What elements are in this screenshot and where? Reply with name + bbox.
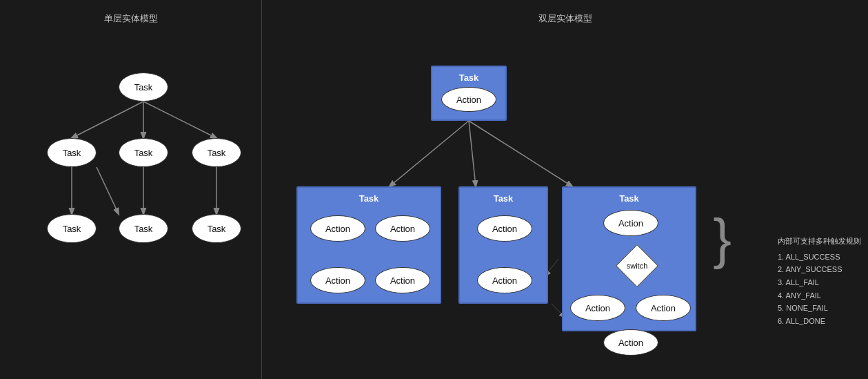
task-box-3: Task Action switch Action Action Action <box>562 186 696 331</box>
left-task-bot-1: Task <box>47 214 97 243</box>
left-arrows <box>0 0 261 379</box>
left-task-mid-2: Task <box>119 138 168 167</box>
note-item-6: 6. ALL_DONE <box>778 315 861 328</box>
top-task-box: Task Action <box>431 66 507 121</box>
note-item-4: 4. ANY_FAIL <box>778 289 861 302</box>
note-item-2: 2. ANY_SUCCESS <box>778 263 861 276</box>
switch-diamond-wrapper: switch <box>620 249 654 283</box>
left-title: 单层实体模型 <box>0 12 261 25</box>
box3-action3: Action <box>636 295 691 321</box>
svg-line-0 <box>72 101 143 138</box>
box1-action1: Action <box>310 215 365 242</box>
note-title: 内部可支持多种触发规则 <box>778 235 861 248</box>
note-list: 内部可支持多种触发规则 1. ALL_SUCCESS 2. ANY_SUCCES… <box>778 235 861 328</box>
switch-label: switch <box>620 249 654 283</box>
note-item-3: 3. ALL_FAIL <box>778 276 861 289</box>
note-item-5: 5. NONE_FAIL <box>778 302 861 315</box>
box1-action4: Action <box>375 267 430 293</box>
svg-line-8 <box>469 121 476 186</box>
box1-action3: Action <box>310 267 365 293</box>
left-task-mid-1: Task <box>47 138 97 167</box>
svg-line-2 <box>143 101 216 138</box>
box2-title: Task <box>494 193 514 204</box>
box1-title: Task <box>359 193 379 204</box>
task-box-1: Task Action Action Action Action <box>296 186 441 304</box>
box2-action2: Action <box>477 267 532 293</box>
box3-action1: Action <box>603 210 658 236</box>
top-box-title: Task <box>459 72 479 83</box>
left-task-mid-3: Task <box>192 138 241 167</box>
box3-title: Task <box>619 193 639 204</box>
task-box-2: Task Action Action <box>458 186 548 304</box>
main-container: 单层实体模型 Task Task Task <box>0 0 868 379</box>
top-box-action: Action <box>441 87 496 112</box>
left-task-bot-2: Task <box>119 214 168 243</box>
svg-line-9 <box>469 121 572 186</box>
right-panel: 双层实体模型 <box>262 0 868 379</box>
box3-action2: Action <box>570 295 625 321</box>
left-task-top: Task <box>119 72 168 101</box>
right-title: 双层实体模型 <box>262 12 868 25</box>
box1-action2: Action <box>375 215 430 242</box>
left-task-bot-3: Task <box>192 214 241 243</box>
left-panel: 单层实体模型 Task Task Task <box>0 0 262 379</box>
note-item-1: 1. ALL_SUCCESS <box>778 251 861 264</box>
brace-symbol: } <box>713 211 731 266</box>
svg-line-7 <box>390 121 469 186</box>
box2-action1: Action <box>477 215 532 242</box>
box3-action4: Action <box>603 329 658 356</box>
svg-line-6 <box>97 167 119 214</box>
